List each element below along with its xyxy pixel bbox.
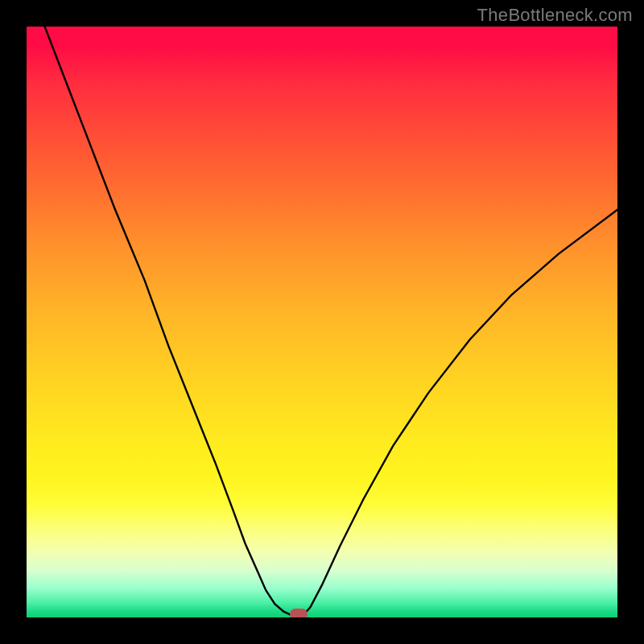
curve-svg — [27, 27, 617, 617]
watermark-text: TheBottleneck.com — [477, 5, 633, 26]
optimal-marker — [290, 609, 308, 617]
plot-area — [27, 27, 617, 617]
bottleneck-curve — [27, 27, 617, 617]
chart-frame: TheBottleneck.com — [0, 0, 644, 644]
